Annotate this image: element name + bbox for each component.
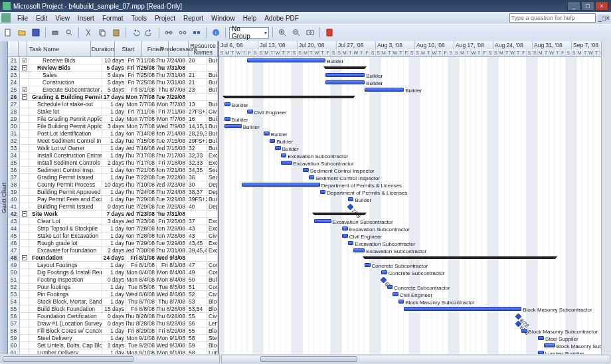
- zoom-in-button[interactable]: [276, 27, 288, 39]
- task-row[interactable]: 41Building Permit Issued0 daysTue 7/29/0…: [8, 203, 218, 211]
- res-cell[interactable]: Civil Engineer: [207, 291, 218, 298]
- start-cell[interactable]: Tue 9/2/08: [126, 342, 157, 349]
- gantt-bar-task[interactable]: Block Masonry Subcontractor: [521, 329, 527, 333]
- gantt-row[interactable]: Builder: [219, 137, 611, 145]
- finish-cell[interactable]: Thu 8/7/08: [157, 86, 187, 93]
- task-name-cell[interactable]: Stake Lot for Excavation: [29, 232, 102, 239]
- pred-cell[interactable]: 20: [187, 57, 207, 64]
- pred-cell[interactable]: 59: [187, 342, 207, 349]
- pred-cell[interactable]: 43: [187, 225, 207, 232]
- row-id[interactable]: 29: [8, 116, 20, 122]
- gantt-bar-task[interactable]: Sediment Control Inspector: [303, 168, 308, 172]
- row-id[interactable]: 49: [8, 262, 20, 268]
- res-cell[interactable]: Excavation Subcontractor: [207, 247, 218, 254]
- res-cell[interactable]: Block Masonry Subcontractor: [207, 306, 218, 312]
- res-cell[interactable]: Civil Engineer: [207, 313, 218, 319]
- task-name-cell[interactable]: Set Lintels, Bolts, Cap Block: [29, 342, 102, 349]
- row-id[interactable]: 31: [8, 130, 20, 137]
- col-id[interactable]: [8, 41, 19, 56]
- gantt-row[interactable]: Builder: [219, 101, 611, 108]
- finish-cell[interactable]: Mon 8/4/08: [157, 269, 187, 276]
- start-cell[interactable]: Tue 7/22/08: [126, 174, 157, 181]
- gantt-bar-task[interactable]: Civil Engineer: [342, 234, 347, 238]
- row-id[interactable]: 48: [8, 254, 20, 261]
- finish-cell[interactable]: Mon 9/1/08: [157, 349, 187, 354]
- res-cell[interactable]: Department of Permits & Licenses: [207, 189, 218, 195]
- menu-project[interactable]: Project: [151, 13, 179, 23]
- row-id[interactable]: 21: [8, 57, 20, 64]
- pred-cell[interactable]: 52: [187, 291, 207, 298]
- start-cell[interactable]: Mon 7/7/08: [126, 94, 157, 100]
- task-row[interactable]: 60Set Lintels, Bolts, Cap Block2 daysTue…: [8, 342, 218, 349]
- task-row[interactable]: 55Build Block Foundation15 daysFri 8/8/0…: [8, 306, 218, 313]
- task-row[interactable]: 51Footing Inspection0 daysMon 8/4/08Mon …: [8, 276, 218, 284]
- finish-cell[interactable]: Wed 7/23/08: [157, 181, 187, 188]
- task-name-cell[interactable]: Install Construction Entrance: [29, 152, 102, 159]
- task-row[interactable]: 45Stake Lot for Excavation1 dayMon 7/28/…: [8, 232, 218, 240]
- pred-cell[interactable]: 53,54: [187, 306, 207, 312]
- task-name-cell[interactable]: Dig Footings & Install Reinforcing: [29, 269, 102, 276]
- task-row[interactable]: 21☑Receive Bids10 daysFri 7/11/08Thu 7/2…: [8, 57, 218, 64]
- duration-cell[interactable]: 24 days: [102, 254, 126, 261]
- finish-cell[interactable]: Wed 9/3/08: [157, 342, 187, 349]
- res-cell[interactable]: Concrete Subcontractor: [207, 262, 218, 268]
- gantt-row[interactable]: Sediment Control Inspector: [219, 167, 611, 174]
- gantt-bar-task[interactable]: Builder: [270, 139, 275, 143]
- pred-cell[interactable]: 55: [187, 313, 207, 319]
- start-cell[interactable]: Fri 8/8/08: [126, 306, 157, 312]
- start-cell[interactable]: Mon 7/7/08: [126, 101, 157, 108]
- duration-cell[interactable]: 1 day: [102, 298, 126, 305]
- start-cell[interactable]: Fri 8/1/08: [126, 262, 157, 268]
- res-cell[interactable]: Civil Engineer: [207, 108, 218, 115]
- gantt-row[interactable]: Builder: [219, 130, 611, 137]
- finish-cell[interactable]: Tue 7/29/08: [157, 94, 187, 100]
- task-name-cell[interactable]: Lumber Delivery: [29, 349, 102, 354]
- pred-cell[interactable]: 16: [187, 116, 207, 122]
- finish-cell[interactable]: Tue 7/29/08: [157, 196, 187, 203]
- col-predecessors[interactable]: Predecessors: [169, 41, 189, 56]
- finish-cell[interactable]: Mon 7/28/08: [157, 225, 187, 232]
- pred-cell[interactable]: 51: [187, 284, 207, 290]
- start-cell[interactable]: Mon 9/1/08: [126, 335, 157, 341]
- row-id[interactable]: 60: [8, 342, 20, 349]
- row-id[interactable]: 28: [8, 108, 20, 115]
- duration-cell[interactable]: 1 day: [102, 225, 126, 232]
- res-cell[interactable]: Concrete Subcontractor: [207, 284, 218, 290]
- gantt-row[interactable]: Block Masonry Subcontractor: [219, 306, 611, 313]
- start-cell[interactable]: Wed 8/6/08: [126, 291, 157, 298]
- task-row[interactable]: 38County Permit Process10 daysThu 7/10/0…: [8, 181, 218, 189]
- task-row[interactable]: 56Foundation Certification0 daysThu 8/28…: [8, 313, 218, 320]
- gantt-row[interactable]: [219, 94, 611, 101]
- row-id[interactable]: 40: [8, 196, 20, 203]
- gantt-bar-task[interactable]: Builder: [247, 58, 325, 62]
- menu-tools[interactable]: Tools: [128, 13, 151, 23]
- row-id[interactable]: 53: [8, 291, 20, 298]
- menu-file[interactable]: File: [13, 13, 32, 23]
- duration-cell[interactable]: 1 day: [102, 262, 126, 268]
- gantt-bar-task[interactable]: Builder: [365, 88, 404, 92]
- close-button[interactable]: ×: [595, 1, 608, 11]
- print-preview-button[interactable]: [63, 27, 75, 39]
- gantt-row[interactable]: Excavation Subcontractor: [219, 152, 611, 159]
- pred-cell[interactable]: 27FS+3 days: [187, 108, 207, 115]
- start-cell[interactable]: Mon 9/1/08: [126, 349, 157, 354]
- duration-cell[interactable]: 1 day: [102, 232, 126, 239]
- pred-cell[interactable]: 47: [187, 262, 207, 268]
- finish-cell[interactable]: Thu 7/31/08: [157, 64, 187, 71]
- pred-cell[interactable]: 34,35: [187, 167, 207, 173]
- pred-cell[interactable]: 21: [187, 72, 207, 78]
- start-cell[interactable]: Thu 7/17/08: [126, 159, 157, 166]
- gantt-row[interactable]: Builder: [219, 145, 611, 152]
- task-name-cell[interactable]: Meet Sediment Control Inspector: [29, 137, 102, 144]
- res-cell[interactable]: Builder: [207, 123, 218, 130]
- start-cell[interactable]: Mon 7/7/08: [126, 116, 157, 122]
- gantt-bar-summary[interactable]: [325, 66, 365, 69]
- task-row[interactable]: 40Pay Permit Fees and Excise Taxe1 dayTu…: [8, 196, 218, 203]
- gantt-bar-task[interactable]: Builder: [224, 124, 241, 128]
- finish-cell[interactable]: Thu 8/7/08: [157, 298, 187, 305]
- gantt-row[interactable]: Civil Engineer: [219, 108, 611, 116]
- duration-cell[interactable]: 1 day: [102, 108, 126, 115]
- duration-cell[interactable]: 1 day: [102, 335, 126, 341]
- gantt-row[interactable]: Sediment Control Inspector: [219, 174, 611, 181]
- res-cell[interactable]: Building Inspector: [207, 276, 218, 283]
